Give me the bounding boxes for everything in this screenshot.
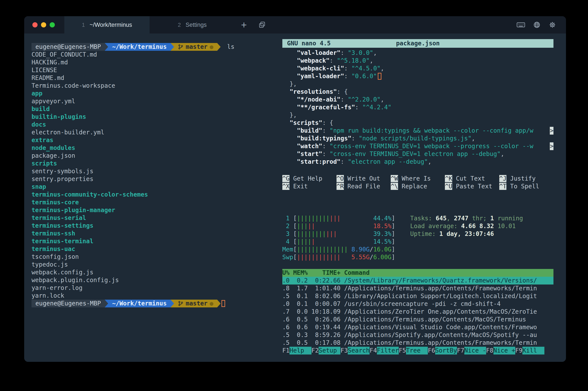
- nano-code-line: "yaml-loader": "0.6.0": [282, 72, 553, 80]
- fkey-label: Nice +: [494, 347, 515, 355]
- file-entry: tsconfig.json: [31, 253, 279, 261]
- file-entry: sentry-symbols.js: [31, 167, 279, 175]
- file-entry: package.json: [31, 152, 279, 160]
- htop-fkey-sortby[interactable]: F6SortBy: [428, 347, 457, 355]
- nano-shortcut: ^U Paste Text: [445, 183, 499, 190]
- new-tab-button[interactable]: +: [235, 16, 253, 33]
- htop-fkey-kill[interactable]: F9Kill: [515, 347, 544, 355]
- fkey-label: SortBy: [435, 347, 457, 355]
- window-controls: [24, 16, 64, 33]
- file-entry: LICENSE: [31, 66, 279, 74]
- nano-shortcut-key: ^O: [337, 175, 344, 182]
- process-row-selected[interactable]: .0 0.2 0:22.66 /System/Library/Framework…: [282, 277, 553, 285]
- process-row[interactable]: .5 0.1 8:02.06 /Library/Application Supp…: [282, 292, 553, 300]
- terminus-window: 1 ~/Work/terminus 2 Settings + eug: [24, 16, 566, 362]
- nano-shortcut: ^G Get Help: [282, 175, 337, 183]
- file-entry: webpack.config.js: [31, 269, 279, 276]
- directory-entry: extras: [31, 136, 279, 144]
- nano-version: GNU nano 4.5: [282, 40, 331, 47]
- nano-shortcut-label: Where Is: [398, 175, 431, 182]
- tab-settings[interactable]: 2 Settings: [149, 16, 235, 33]
- titlebar-right-icons: [516, 16, 566, 33]
- split-pane-icon[interactable]: [253, 16, 271, 33]
- shell-prompt: eugene@Eugenes-MBP ~/Work/terminus maste…: [31, 300, 279, 307]
- nano-code-line: "webpack": "^5.18.0",: [282, 57, 553, 65]
- fkey-number: F1: [282, 347, 290, 355]
- nano-code-line: "*/node-abi": "^2.20.0",: [282, 96, 553, 103]
- powerline-arrow: [105, 300, 108, 307]
- htop-fkey-filter[interactable]: F4Filter: [369, 347, 399, 355]
- htop-fkey-nice[interactable]: F8Nice +: [486, 347, 515, 355]
- nano-shortcut-label: Replace: [398, 183, 427, 190]
- cpu-meter: Mem[|||||||||||||| 8.90G/16.0G]: [282, 246, 395, 253]
- nano-code-line: "scripts": {: [282, 119, 553, 127]
- directory-entry: scripts: [31, 160, 279, 167]
- typed-command: ls: [227, 43, 234, 51]
- nano-code-line: },: [282, 111, 553, 119]
- file-entry: appveyor.yml: [31, 98, 279, 105]
- nano-shortcut: ^R Read File: [337, 183, 391, 190]
- overlapping-windows-icon: [258, 21, 266, 28]
- process-row[interactable]: .0 0.1 0:00.07 /usr/sbin/screencapture -…: [282, 300, 553, 308]
- process-row[interactable]: .8 1.7 1:01.40 /Applications/Terminus.ap…: [282, 285, 553, 292]
- nano-code-line: "start:prod": "electron app --debug",: [282, 158, 553, 166]
- git-branch-name: master: [186, 43, 208, 51]
- htop-stat-line: Uptime: 1 day, 23:07:46: [410, 230, 523, 238]
- htop-fkey-search[interactable]: F3Search: [340, 347, 369, 355]
- nano-shortcut-row: ^G Get Help^O Write Out^W Where Is^K Cut…: [282, 175, 553, 183]
- powerline-arrow: [170, 300, 174, 307]
- process-row[interactable]: .5 0.3 8:59.26 /Applications/Spotify.app…: [282, 331, 553, 339]
- nano-code-line: "watch": "cross-env TERMINUS_DEV=1 webpa…: [282, 142, 553, 150]
- process-row[interactable]: .7 0.0 10:18.09 /Applications/ZeroTier O…: [282, 308, 553, 316]
- tab-work-terminus[interactable]: 1 ~/Work/terminus: [64, 16, 149, 33]
- globe-icon[interactable]: [533, 21, 541, 29]
- nano-shortcut-label: To Spell: [507, 183, 539, 190]
- maximize-button[interactable]: [50, 22, 55, 27]
- powerline-arrow: [105, 43, 108, 51]
- directory-entry: terminus-core: [31, 198, 279, 206]
- terminal-content: eugene@Eugenes-MBP ~/Work/terminus maste…: [24, 33, 566, 362]
- htop-fkey-nice[interactable]: F7Nice -: [457, 347, 486, 355]
- process-row[interactable]: .6 0.5 0:26.06 /Applications/Terminus.ap…: [282, 316, 553, 323]
- keyboard-icon[interactable]: [516, 21, 525, 28]
- prompt-git-segment: master ●: [174, 300, 217, 307]
- htop-stat-line: Load average: 4.66 8.32 10.01: [410, 222, 523, 230]
- nano-code-line: },: [282, 80, 553, 88]
- htop-stat-line: Tasks: 645, 2747 thr; 1 running: [410, 214, 523, 222]
- fkey-number: F9: [515, 347, 522, 355]
- nano-buffer: "val-loader": "3.0.0", "webpack": "^5.18…: [282, 49, 553, 166]
- fkey-label: Help: [290, 347, 311, 355]
- git-dirty-dot: ●: [210, 300, 213, 307]
- process-row[interactable]: .6 0.6 0:19.44 /Applications/Visual Stud…: [282, 323, 553, 331]
- fkey-number: F5: [399, 347, 406, 355]
- cpu-meter: 1 [|||||||||||| 44.4%]: [282, 214, 395, 222]
- htop-fkey-help[interactable]: F1Help: [282, 347, 311, 355]
- htop-meter-area: 1 [|||||||||||| 44.4%] 2 [||||| 18.5%] 3…: [282, 214, 553, 261]
- nano-shortcut-key: ^T: [499, 183, 507, 190]
- git-branch-icon: [178, 44, 183, 50]
- nano-shortcut-label: Justify: [507, 175, 535, 182]
- htop-fkey-tree[interactable]: F5Tree: [399, 347, 428, 355]
- directory-entry: snap: [31, 183, 279, 191]
- settings-gear-icon[interactable]: [548, 21, 557, 29]
- prompt-cwd: ~/Work/terminus: [108, 300, 170, 307]
- nano-shortcut-key: ^\: [391, 183, 398, 190]
- nano-code-line: "val-loader": "3.0.0",: [282, 49, 553, 57]
- close-button[interactable]: [32, 22, 38, 27]
- nano-shortcut-key: ^X: [282, 183, 290, 190]
- terminal-pane-left[interactable]: eugene@Eugenes-MBP ~/Work/terminus maste…: [24, 33, 279, 362]
- terminal-pane-right[interactable]: package.json GNU nano 4.5 "val-loader": …: [279, 33, 566, 362]
- git-branch-icon: [178, 301, 183, 306]
- nano-shortcut: ^W Where Is: [391, 175, 445, 183]
- file-entry: yarn.lock: [31, 292, 279, 300]
- prompt-git-segment: master ●: [174, 43, 217, 51]
- fkey-number: F8: [486, 347, 494, 355]
- directory-entry: terminus-terminal: [31, 237, 279, 245]
- htop-fkey-setup[interactable]: F2Setup: [311, 347, 341, 355]
- nano-shortcut: ^X Exit: [282, 183, 337, 190]
- nano-shortcut-key: ^U: [445, 183, 452, 190]
- nano-shortcut-label: Paste Text: [452, 183, 492, 190]
- nano-shortcut-key: ^J: [499, 175, 507, 182]
- process-row[interactable]: .5 0.5 0:17.08 /Applications/Terminus.ap…: [282, 339, 553, 347]
- minimize-button[interactable]: [41, 22, 46, 27]
